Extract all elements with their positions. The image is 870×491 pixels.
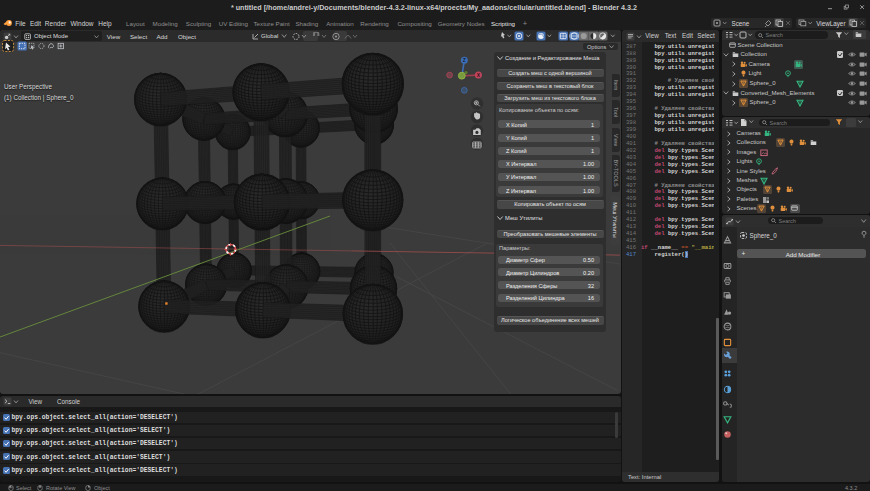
- svg-text:Z: Z: [463, 57, 466, 63]
